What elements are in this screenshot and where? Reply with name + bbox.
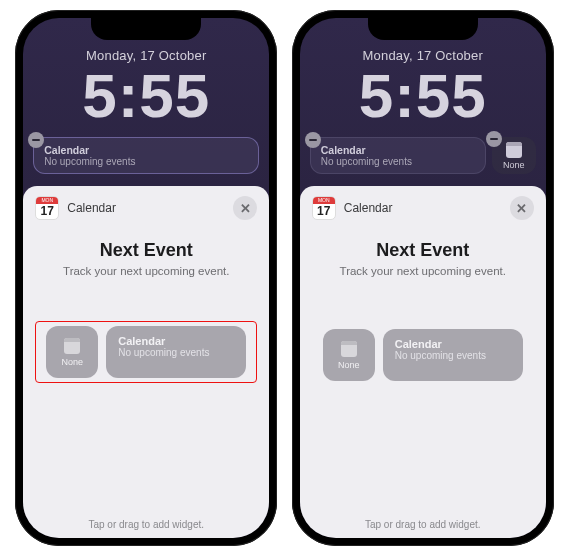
preview-wide-title: Calendar	[118, 335, 234, 347]
sheet-title: Next Event	[35, 240, 257, 261]
widget-shelf[interactable]: Calendar No upcoming events None	[310, 137, 536, 174]
widget-title: Calendar	[321, 144, 475, 156]
lockscreen-clock-area: Monday, 17 October 5:55	[23, 46, 269, 133]
sheet-app-name: Calendar	[344, 201, 393, 215]
calendar-icon	[506, 142, 522, 158]
sheet-hint: Tap or drag to add widget.	[35, 511, 257, 532]
close-button[interactable]: ✕	[233, 196, 257, 220]
app-icon-daynum: 17	[317, 204, 330, 218]
lockscreen-time: 5:55	[33, 65, 259, 127]
calendar-app-icon: MON 17	[312, 196, 336, 220]
calendar-icon	[64, 338, 80, 354]
screen: Monday, 17 October 5:55 Calendar No upco…	[300, 18, 546, 538]
widget-picker-sheet: MON 17 Calendar ✕ Next Event Track your …	[300, 186, 546, 538]
widget-subtitle: No upcoming events	[44, 156, 248, 167]
widget-preview-small[interactable]: None	[323, 329, 375, 381]
close-icon: ✕	[516, 201, 527, 216]
remove-widget-icon[interactable]	[305, 132, 321, 148]
sheet-title: Next Event	[312, 240, 534, 261]
remove-widget-icon[interactable]	[486, 131, 502, 147]
app-icon-daynum: 17	[41, 204, 54, 218]
sheet-header: MON 17 Calendar ✕	[312, 196, 534, 220]
close-icon: ✕	[240, 201, 251, 216]
calendar-widget-wide[interactable]: Calendar No upcoming events	[310, 137, 486, 174]
preview-wide-sub: No upcoming events	[395, 350, 511, 361]
close-button[interactable]: ✕	[510, 196, 534, 220]
iphone-frame-right: Monday, 17 October 5:55 Calendar No upco…	[292, 10, 554, 546]
widget-shelf[interactable]: Calendar No upcoming events	[33, 137, 259, 174]
calendar-icon	[341, 341, 357, 357]
notch	[91, 18, 201, 40]
calendar-widget-wide[interactable]: Calendar No upcoming events	[33, 137, 259, 174]
widget-preview-wide[interactable]: Calendar No upcoming events	[383, 329, 523, 381]
remove-widget-icon[interactable]	[28, 132, 44, 148]
screen: Monday, 17 October 5:55 Calendar No upco…	[23, 18, 269, 538]
widget-previews-highlighted: None Calendar No upcoming events	[35, 321, 257, 383]
preview-wide-sub: No upcoming events	[118, 347, 234, 358]
widget-preview-small[interactable]: None	[46, 326, 98, 378]
preview-small-label: None	[338, 360, 360, 370]
app-icon-weekday: MON	[313, 197, 335, 204]
calendar-widget-small[interactable]: None	[492, 137, 536, 174]
notch	[368, 18, 478, 40]
widget-previews: None Calendar No upcoming events	[312, 323, 534, 387]
sheet-app-name: Calendar	[67, 201, 116, 215]
widget-preview-wide[interactable]: Calendar No upcoming events	[106, 326, 246, 378]
widget-picker-sheet: MON 17 Calendar ✕ Next Event Track your …	[23, 186, 269, 538]
lockscreen-clock-area: Monday, 17 October 5:55	[300, 46, 546, 133]
sheet-subtitle: Track your next upcoming event.	[312, 265, 534, 277]
sheet-hint: Tap or drag to add widget.	[312, 511, 534, 532]
widget-title: Calendar	[44, 144, 248, 156]
preview-wide-title: Calendar	[395, 338, 511, 350]
sheet-header: MON 17 Calendar ✕	[35, 196, 257, 220]
sheet-subtitle: Track your next upcoming event.	[35, 265, 257, 277]
widget-small-label: None	[503, 160, 525, 170]
widget-subtitle: No upcoming events	[321, 156, 475, 167]
iphone-frame-left: Monday, 17 October 5:55 Calendar No upco…	[15, 10, 277, 546]
app-icon-weekday: MON	[36, 197, 58, 204]
calendar-app-icon: MON 17	[35, 196, 59, 220]
preview-small-label: None	[61, 357, 83, 367]
lockscreen-time: 5:55	[310, 65, 536, 127]
